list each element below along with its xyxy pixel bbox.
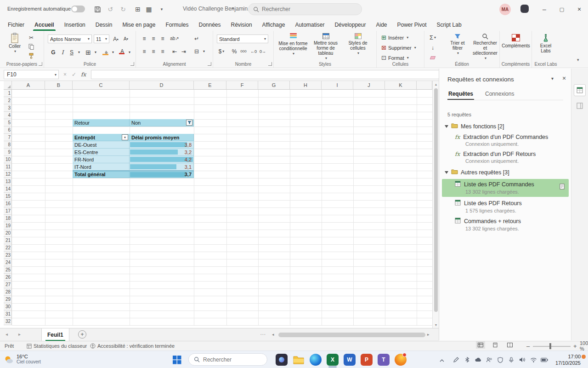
vertical-scroll-thumb[interactable] <box>434 88 438 312</box>
undo-icon[interactable]: ↺ <box>105 4 116 15</box>
sort-filter-button[interactable]: Trier et filtrer ▾ <box>445 33 470 56</box>
row-header-7[interactable]: 7 <box>4 134 12 141</box>
quick-table-icon[interactable]: ⊞ <box>132 4 143 15</box>
column-header-d[interactable]: D <box>130 81 194 90</box>
row-header-15[interactable]: 15 <box>4 193 12 200</box>
maximize-button[interactable]: ▢ <box>553 0 571 18</box>
cell-delai-header[interactable]: Délai promis moyen <box>130 134 194 141</box>
qat-chevron-icon[interactable]: ▾ <box>156 4 167 15</box>
zoom-out-button[interactable]: – <box>526 341 530 351</box>
ribbon-tab-power-pivot[interactable]: Power Pivot <box>392 19 432 31</box>
zoom-slider-thumb[interactable] <box>549 343 551 349</box>
column-header-k[interactable]: K <box>385 81 417 90</box>
font-name-combo[interactable]: Aptos Narrow▾ <box>48 34 92 43</box>
search-input[interactable] <box>262 6 345 12</box>
preview-icon[interactable] <box>559 184 565 191</box>
insert-function-icon[interactable]: fx <box>81 71 86 78</box>
cell-total-label[interactable]: Total général <box>73 171 130 178</box>
column-header-h[interactable]: H <box>290 81 322 90</box>
onedrive-icon[interactable] <box>474 356 482 363</box>
filter-funnel-button[interactable] <box>186 120 192 126</box>
row-header-10[interactable]: 10 <box>4 156 12 163</box>
align-middle-icon[interactable]: ≡ <box>149 34 158 42</box>
row-header-3[interactable]: 3 <box>4 104 12 112</box>
tab-connections[interactable]: Connexions <box>484 88 515 100</box>
row-header-2[interactable]: 2 <box>4 97 12 104</box>
zoom-in-button[interactable]: + <box>573 341 577 351</box>
fill-color-chevron-icon[interactable]: ▾ <box>108 48 118 56</box>
align-right-icon[interactable]: ≡ <box>158 47 167 55</box>
weather-icon[interactable] <box>4 355 14 366</box>
new-sheet-button[interactable]: + <box>78 330 86 339</box>
decrease-decimal-icon[interactable]: 0→ <box>258 47 267 55</box>
align-left-icon[interactable]: ≡ <box>140 47 149 55</box>
prev-sheet-icon[interactable]: ◂ <box>6 332 8 337</box>
fill-icon[interactable]: ↓ <box>428 44 437 52</box>
ribbon-tab-aide[interactable]: Aide <box>371 19 392 31</box>
font-size-combo[interactable]: 11▾ <box>94 34 109 43</box>
row-header-14[interactable]: 14 <box>4 185 12 193</box>
row-header-18[interactable]: 18 <box>4 215 12 222</box>
conditional-formatting-button[interactable]: Mise en forme conditionnelle ▾ <box>277 33 309 56</box>
column-header-j[interactable]: J <box>353 81 385 90</box>
scroll-down-icon[interactable]: ▾ <box>433 322 439 328</box>
hscroll-left-icon[interactable]: ◂ <box>272 332 274 337</box>
addins-button[interactable]: Compléments <box>503 34 528 48</box>
ribbon-tab-formules[interactable]: Formules <box>160 19 193 31</box>
row-header-8[interactable]: 8 <box>4 141 12 149</box>
second-pane-rail-icon[interactable] <box>574 100 586 112</box>
pen-icon[interactable] <box>452 356 460 363</box>
taskbar-app-teams-icon[interactable]: T <box>378 354 390 366</box>
row-header-20[interactable]: 20 <box>4 230 12 237</box>
row-header-9[interactable]: 9 <box>4 149 12 156</box>
decrease-indent-icon[interactable]: ⇤ <box>170 47 179 55</box>
name-box[interactable]: ▾ <box>4 70 59 79</box>
sheet-tab-feuil1[interactable]: Feuil1 <box>41 328 69 341</box>
taskbar-app-edge-icon[interactable] <box>310 354 322 366</box>
tab-splitter[interactable]: ⋯ <box>260 331 266 338</box>
cell-styles-button[interactable]: Styles de cellules ▾ <box>343 33 373 56</box>
format-painter-icon[interactable] <box>27 52 36 60</box>
redo-icon[interactable]: ↻ <box>118 4 129 15</box>
pane-close-icon[interactable]: × <box>562 75 566 82</box>
cut-icon[interactable]: ✂ <box>27 34 36 41</box>
name-box-chevron-icon[interactable]: ▾ <box>55 73 57 77</box>
row-header-11[interactable]: 11 <box>4 163 12 171</box>
dialog-launcher-icon[interactable] <box>130 62 134 66</box>
row-header-28[interactable]: 28 <box>4 288 12 296</box>
underline-chevron-icon[interactable]: ▾ <box>74 48 84 56</box>
row-header-29[interactable]: 29 <box>4 296 12 303</box>
enter-icon[interactable]: ✓ <box>72 71 76 78</box>
row-header-6[interactable]: 6 <box>4 126 12 134</box>
queries-pane-rail-icon[interactable] <box>574 84 586 96</box>
autosum-icon[interactable]: Σ▾ <box>428 34 437 41</box>
dialog-launcher-icon[interactable] <box>208 62 211 66</box>
dialog-launcher-icon[interactable] <box>268 62 272 66</box>
query-item-liste-des-pdf-commandes[interactable]: Liste des PDF Commandes13 302 lignes cha… <box>442 179 569 197</box>
find-select-button[interactable]: Rechercher et sélectionner ▾ <box>472 33 498 61</box>
normal-view-icon[interactable] <box>476 341 485 349</box>
increase-indent-icon[interactable]: ⇥ <box>179 47 188 55</box>
increase-decimal-icon[interactable]: ←0 <box>249 47 258 55</box>
ribbon-tab-revision[interactable]: Révision <box>226 19 257 31</box>
row-header-13[interactable]: 13 <box>4 178 12 185</box>
cell-warehouse[interactable]: IT-Nord <box>73 163 130 171</box>
page-layout-view-icon[interactable] <box>491 341 500 349</box>
save-icon[interactable] <box>92 4 103 15</box>
cell-value[interactable]: 3,1 <box>130 163 194 171</box>
battery-icon[interactable] <box>540 356 548 363</box>
scroll-up-icon[interactable]: ▴ <box>433 81 439 87</box>
copy-icon[interactable] <box>27 43 36 51</box>
dialog-launcher-icon[interactable] <box>39 62 42 66</box>
taskbar-search[interactable] <box>188 353 267 366</box>
avatar[interactable]: MA <box>499 4 511 15</box>
row-header-30[interactable]: 30 <box>4 303 12 310</box>
autosave-toggle[interactable] <box>71 6 85 12</box>
align-bottom-icon[interactable]: ≡ <box>158 34 167 42</box>
cell-total-value[interactable]: 3,7 <box>130 171 194 178</box>
row-header-23[interactable]: 23 <box>4 252 12 259</box>
ribbon-tab-automatiser[interactable]: Automatiser <box>290 19 329 31</box>
cell-value[interactable]: 4,2 <box>130 156 194 163</box>
titlebar-search[interactable] <box>248 3 362 15</box>
format-cells-button[interactable]: ⊡Format▾ <box>381 54 409 61</box>
